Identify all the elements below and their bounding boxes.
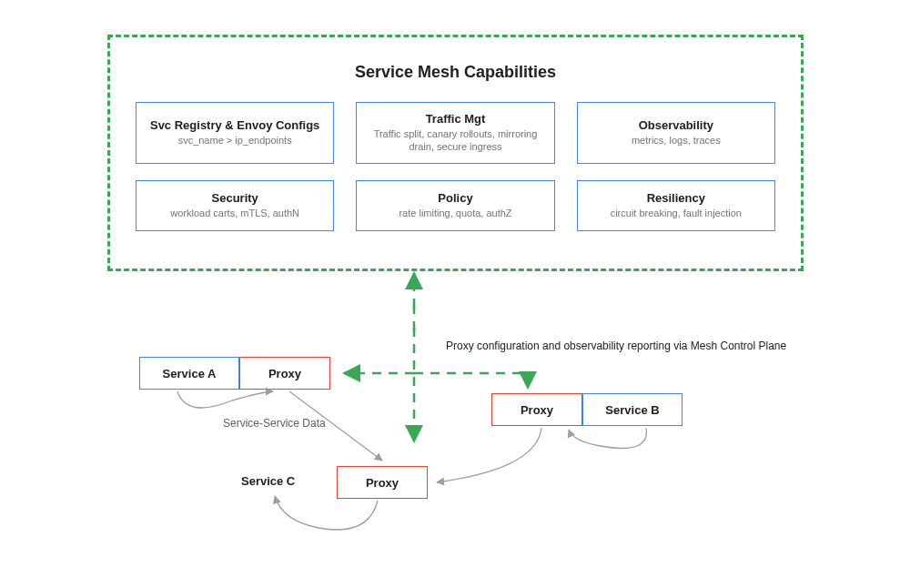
data-path-label: Service-Service Data (223, 417, 326, 430)
control-plane-label: Proxy configuration and observability re… (446, 340, 828, 352)
capabilities-grid: Svc Registry & Envoy Configs svc_name > … (136, 102, 775, 231)
cap-security: Security workload carts, mTLS, authN (136, 180, 334, 231)
cap-title: Security (144, 191, 326, 205)
mesh-capabilities-container: Service Mesh Capabilities Svc Registry &… (107, 35, 804, 271)
service-c-label: Service C (241, 474, 295, 488)
cap-policy: Policy rate limiting, quota, authZ (356, 180, 554, 231)
cap-desc: workload carts, mTLS, authN (144, 207, 326, 219)
proxy-a-node: Proxy (239, 357, 330, 390)
cap-desc: svc_name > ip_endpoints (144, 134, 326, 147)
service-a-node: Service A (139, 357, 239, 390)
flow-svc-b-to-proxy-b (569, 428, 646, 449)
cap-resiliency: Resiliency circuit breaking, fault injec… (577, 180, 775, 231)
service-b-node: Service B (582, 393, 682, 426)
flow-proxy-b-to-proxy-c (437, 428, 541, 482)
cap-desc: Traffic split, canary rollouts, mirrorin… (364, 127, 546, 154)
cap-desc: circuit breaking, fault injection (585, 207, 767, 219)
cap-title: Resiliency (585, 191, 767, 205)
cap-title: Observability (585, 118, 767, 132)
cap-title: Svc Registry & Envoy Configs (144, 118, 326, 132)
arrow-right-to-proxy-b (414, 373, 528, 388)
cap-desc: metrics, logs, traces (585, 134, 767, 147)
proxy-c-node: Proxy (337, 466, 428, 499)
cap-title: Policy (364, 191, 546, 205)
proxy-b-node: Proxy (491, 393, 582, 426)
cap-traffic-mgt: Traffic Mgt Traffic split, canary rollou… (356, 102, 554, 164)
cap-desc: rate limiting, quota, authZ (364, 207, 546, 219)
mesh-title: Service Mesh Capabilities (136, 63, 775, 82)
cap-title: Traffic Mgt (364, 112, 546, 126)
cap-svc-registry: Svc Registry & Envoy Configs svc_name > … (136, 102, 334, 164)
cap-observability: Observability metrics, logs, traces (577, 102, 775, 164)
flow-proxy-c-to-svc-c (275, 496, 378, 530)
flow-svc-a-to-proxy-a (177, 391, 273, 408)
